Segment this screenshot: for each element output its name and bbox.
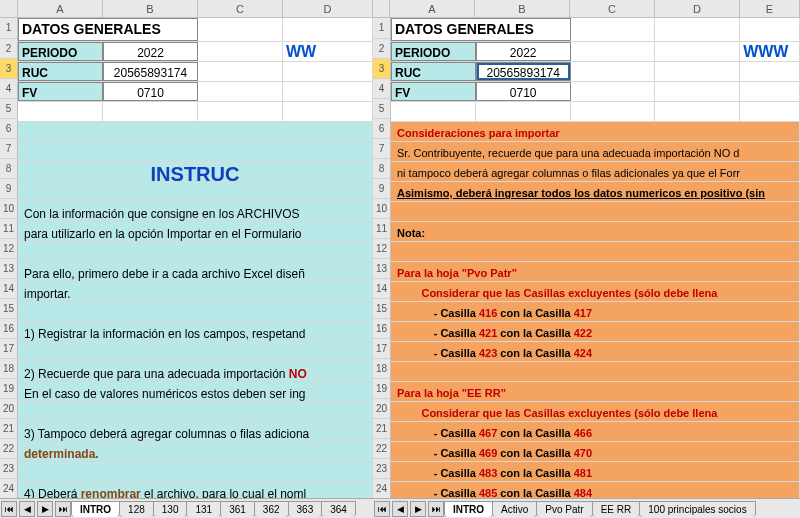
row-header-20[interactable]: 20 [0,399,17,419]
row-header-9[interactable]: 9 [373,179,390,199]
consid-line[interactable]: - Casilla 416 con la Casilla 417 [391,302,800,321]
tab-nav-button[interactable]: ▶ [37,501,53,517]
row-header-2[interactable]: 2 [373,39,390,59]
consid-line[interactable] [391,242,800,261]
tab-nav-button[interactable]: ⏮ [1,501,17,517]
row-header-16[interactable]: 16 [373,319,390,339]
consid-line[interactable]: ni tampoco deberá agregar columnas o fil… [391,162,800,181]
row-header-10[interactable]: 10 [373,199,390,219]
sheet-tab-361[interactable]: 361 [220,501,255,517]
row-header-8[interactable]: 8 [373,159,390,179]
row-header-20[interactable]: 20 [373,399,390,419]
instr-line[interactable] [18,302,373,321]
label-ruc[interactable]: RUC [391,62,476,81]
tab-nav-button[interactable]: ⏭ [55,501,71,517]
row-header-5[interactable]: 5 [0,99,17,119]
row-header-7[interactable]: 7 [0,139,17,159]
sheet-tab-activo[interactable]: Activo [492,501,537,517]
instr-line[interactable] [18,462,373,481]
row-header-24[interactable]: 24 [0,479,17,498]
consid-line[interactable]: - Casilla 467 con la Casilla 466 [391,422,800,441]
consid-line[interactable] [391,362,800,381]
instr-line[interactable]: determinada. [18,442,373,461]
row-header-17[interactable]: 17 [0,339,17,359]
label-fv[interactable]: FV [18,82,103,101]
row-header-4[interactable]: 4 [373,79,390,99]
sheet-tab-131[interactable]: 131 [186,501,221,517]
col-header-E[interactable]: E [740,0,800,17]
value-ruc[interactable]: 20565893174 [103,62,198,81]
sheet-tab-363[interactable]: 363 [288,501,323,517]
row-header-12[interactable]: 12 [373,239,390,259]
consid-line[interactable]: Sr. Contribuyente, recuerde que para una… [391,142,800,161]
row-header-3[interactable]: 3 [373,59,390,79]
sheet-tab-pvo-patr[interactable]: Pvo Patr [536,501,592,517]
instr-line[interactable]: 3) Tampoco deberá agregar columnas o fil… [18,422,373,441]
consid-line[interactable]: Nota: [391,222,800,241]
label-fv[interactable]: FV [391,82,476,101]
consid-line[interactable]: Asimismo, deberá ingresar todos los dato… [391,182,800,201]
www-link[interactable]: WWW [740,42,800,61]
row-header-17[interactable]: 17 [373,339,390,359]
instr-line[interactable]: Para ello, primero debe ir a cada archiv… [18,262,373,281]
instr-line[interactable]: En el caso de valores numéricos estos de… [18,382,373,401]
sheet-tab-362[interactable]: 362 [254,501,289,517]
consid-line[interactable]: Para la hoja "Pvo Patr" [391,262,800,281]
consid-line[interactable]: - Casilla 469 con la Casilla 470 [391,442,800,461]
consid-line[interactable]: Considerar que las Casillas excluyentes … [391,282,800,301]
row-header-11[interactable]: 11 [0,219,17,239]
sheet-tab-100-principales-socios[interactable]: 100 principales socios [639,501,755,517]
row-header-5[interactable]: 5 [373,99,390,119]
row-header-22[interactable]: 22 [373,439,390,459]
row-header-6[interactable]: 6 [0,119,17,139]
sheet-tab-ee-rr[interactable]: EE RR [592,501,641,517]
sheet-tab-128[interactable]: 128 [119,501,154,517]
tab-nav-button[interactable]: ◀ [19,501,35,517]
instr-line[interactable]: 4) Deberá renombrar el archivo, para lo … [18,482,373,498]
value-periodo[interactable]: 2022 [476,42,571,61]
row-header-1[interactable]: 1 [373,18,390,39]
instr-line[interactable]: 2) Recuerde que para una adecuada import… [18,362,373,381]
consid-line[interactable]: Considerar que las Casillas excluyentes … [391,402,800,421]
tab-nav-button[interactable]: ◀ [392,501,408,517]
instr-line[interactable] [18,242,373,261]
tab-nav-button[interactable]: ▶ [410,501,426,517]
header-datos-generales[interactable]: DATOS GENERALES [18,18,198,41]
instr-line[interactable] [18,342,373,361]
sheet-tab-130[interactable]: 130 [153,501,188,517]
row-header-10[interactable]: 10 [0,199,17,219]
row-header-2[interactable]: 2 [0,39,17,59]
instr-line[interactable]: para utilizarlo en la opción Importar en… [18,222,373,241]
tab-nav-button[interactable]: ⏭ [428,501,444,517]
row-header-4[interactable]: 4 [0,79,17,99]
consid-line[interactable]: Para la hoja "EE RR" [391,382,800,401]
consid-line[interactable] [391,202,800,221]
row-header-21[interactable]: 21 [373,419,390,439]
cells-left[interactable]: DATOS GENERALESPERIODO2022WWRUC205658931… [18,18,373,498]
instr-line[interactable]: importar. [18,282,373,301]
consid-line[interactable]: - Casilla 483 con la Casilla 481 [391,462,800,481]
row-header-19[interactable]: 19 [373,379,390,399]
value-fv[interactable]: 0710 [103,82,198,101]
instr-line[interactable] [18,402,373,421]
row-header-21[interactable]: 21 [0,419,17,439]
row-header-23[interactable]: 23 [0,459,17,479]
www-link[interactable]: WW [283,42,373,61]
col-header-C[interactable]: C [198,0,283,17]
consid-line[interactable]: - Casilla 485 con la Casilla 484 [391,482,800,498]
row-header-13[interactable]: 13 [0,259,17,279]
instr-line[interactable]: 1) Registrar la información en los campo… [18,322,373,341]
col-header-B[interactable]: B [475,0,570,17]
col-header-C[interactable]: C [570,0,655,17]
sheet-tab-intro[interactable]: INTRO [71,501,120,517]
row-header-24[interactable]: 24 [373,479,390,498]
consid-line[interactable]: - Casilla 423 con la Casilla 424 [391,342,800,361]
col-header-D[interactable]: D [283,0,373,17]
row-header-23[interactable]: 23 [373,459,390,479]
instr-line[interactable]: Con la información que consigne en los A… [18,202,373,221]
row-header-6[interactable]: 6 [373,119,390,139]
row-header-11[interactable]: 11 [373,219,390,239]
header-datos-generales[interactable]: DATOS GENERALES [391,18,571,41]
row-header-13[interactable]: 13 [373,259,390,279]
row-header-19[interactable]: 19 [0,379,17,399]
